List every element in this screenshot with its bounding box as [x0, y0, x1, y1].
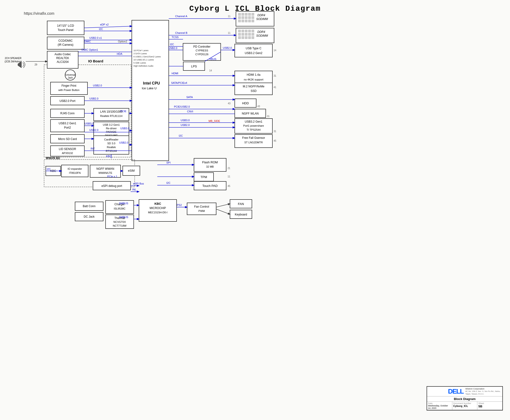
svg-text:IT8610FN: IT8610FN [69, 172, 81, 174]
svg-text:CNVi: CNVi [187, 110, 193, 113]
wistron-info: Wistron Corporation 6F, No. 158-2, Sec. … [465, 388, 501, 395]
diagram-lines: Intel CPU Ice Lake U IO Board WWAN BD DD… [0, 0, 510, 420]
svg-text:USB2.0 Port: USB2.0 Port [60, 99, 76, 103]
svg-text:41: 41 [274, 86, 277, 89]
svg-rect-25 [236, 28, 274, 43]
svg-text:Audio Codec: Audio Codec [54, 52, 71, 56]
svg-text:eSIM: eSIM [128, 169, 135, 172]
svg-rect-88 [235, 44, 272, 57]
svg-text:11: 11 [228, 175, 231, 178]
svg-text:USB2.0: USB2.0 [119, 141, 128, 144]
svg-text:43: 43 [228, 102, 231, 105]
svg-text:INT: INT [91, 147, 95, 150]
svg-line-200 [205, 52, 221, 61]
svg-text:USB2.0 x1: USB2.0 x1 [89, 37, 102, 39]
svg-rect-15 [245, 16, 247, 19]
svg-rect-96 [235, 83, 272, 95]
footer-sheet: Sheet 5B [477, 402, 502, 410]
svg-line-235 [216, 204, 230, 207]
svg-text:DC Jack: DC Jack [84, 215, 95, 218]
svg-text:ALC3204: ALC3204 [57, 60, 69, 64]
svg-rect-131 [75, 212, 103, 221]
svg-text:Intel CPU: Intel CPU [143, 81, 160, 85]
svg-text:USB3.0: USB3.0 [85, 122, 94, 125]
svg-rect-99 [235, 99, 256, 107]
svg-text:LAN 10/100/1000: LAN 10/100/1000 [100, 110, 123, 113]
svg-text:USB3.2 Gen1: USB3.2 Gen1 [245, 120, 263, 123]
svg-text:PS8713BT: PS8713BT [105, 134, 117, 137]
svg-text:Keyboard: Keyboard [235, 213, 247, 216]
svg-text:TCSS: TCSS [172, 36, 178, 38]
svg-rect-61 [51, 109, 84, 118]
svg-text:PARADE: PARADE [106, 130, 116, 133]
svg-text:Thermal: Thermal [114, 217, 125, 220]
svg-rect-20 [245, 20, 247, 22]
svg-text:14: 14 [209, 69, 212, 72]
svg-text:with Power Button: with Power Button [58, 89, 80, 91]
svg-text:USB2.0: USB2.0 [223, 46, 232, 49]
svg-text:21: 21 [228, 167, 231, 170]
svg-text:Universal: Universal [65, 74, 75, 76]
svg-text:32 MB: 32 MB [206, 165, 214, 168]
svg-text:Batt Conn: Batt Conn [83, 204, 95, 208]
svg-text:PCIE/USB2.0: PCIE/USB2.0 [174, 105, 190, 108]
svg-text:USB2.0: USB2.0 [89, 97, 98, 100]
svg-rect-21 [248, 20, 251, 22]
svg-rect-40 [252, 37, 254, 39]
svg-text:USB2.0: USB2.0 [168, 47, 177, 50]
svg-rect-68 [51, 146, 84, 156]
svg-line-155 [84, 26, 132, 28]
svg-text:WWAN/LTE: WWAN/LTE [98, 172, 112, 174]
svg-text:PD Controller: PD Controller [193, 45, 210, 48]
svg-text:Free Fall Gsensor: Free Fall Gsensor [242, 136, 265, 140]
svg-text:USB3.2 Gen2: USB3.2 Gen2 [245, 52, 263, 55]
svg-text:I2C: I2C [179, 134, 183, 137]
svg-rect-149 [230, 210, 252, 218]
svg-rect-32 [242, 33, 244, 36]
svg-text:Finger Print: Finger Print [62, 84, 77, 87]
footer-details-row: Date Wednesday, October 14, 2020 Documen… [427, 402, 502, 410]
svg-rect-43 [47, 21, 84, 35]
svg-rect-147 [230, 200, 252, 208]
svg-rect-30 [252, 30, 254, 32]
svg-text:HDD: HDD [242, 101, 249, 105]
svg-text:USB Type C: USB Type C [246, 47, 262, 50]
svg-rect-28 [245, 30, 247, 32]
svg-rect-144 [187, 203, 216, 215]
svg-text:16 PCIe* Lanes: 16 PCIe* Lanes [133, 49, 149, 52]
svg-point-53 [65, 70, 76, 80]
svg-text:MB_SIDE: MB_SIDE [209, 120, 220, 122]
svg-rect-118 [123, 166, 140, 175]
svg-line-236 [216, 209, 230, 214]
svg-text:SATA: SATA [186, 96, 193, 98]
svg-text:KBC: KBC [155, 202, 161, 205]
svg-text:CYPD5126: CYPD5126 [195, 53, 208, 56]
svg-rect-17 [252, 16, 254, 19]
svg-text:RJ45 Conn: RJ45 Conn [60, 112, 75, 115]
svg-rect-16 [248, 16, 251, 19]
svg-rect-14 [242, 16, 244, 19]
svg-rect-140 [139, 200, 177, 221]
svg-text:I2C: I2C [99, 28, 103, 30]
svg-text:SODIMM: SODIMM [256, 17, 268, 21]
svg-text:IO expander: IO expander [68, 167, 82, 170]
svg-marker-153 [18, 61, 22, 68]
svg-text:(IR Camera): (IR Camera) [58, 43, 73, 46]
svg-text:29: 29 [35, 63, 38, 66]
svg-text:(2CB 2W/4ohm): (2CB 2W/4ohm) [5, 60, 22, 63]
svg-text:no 4K2K support: no 4K2K support [244, 78, 263, 81]
svg-text:HDMI: HDMI [172, 72, 178, 75]
svg-text:Port1 powershare: Port1 powershare [243, 124, 264, 127]
svg-text:VBUS: VBUS [209, 58, 216, 60]
svg-rect-93 [235, 71, 272, 83]
svg-rect-129 [75, 202, 103, 210]
svg-text:TPM: TPM [201, 175, 207, 179]
svg-text:NCVGT0X: NCVGT0X [113, 220, 126, 223]
svg-text:5 GbE Lanes: 5 GbE Lanes [133, 62, 146, 64]
footer-box: DELL Wistron Corporation 6F, No. 158-2, … [427, 386, 503, 411]
svg-text:NGFF WLAN: NGFF WLAN [242, 112, 259, 115]
svg-text:NGFF WWAN: NGFF WWAN [97, 167, 114, 171]
svg-rect-123 [194, 172, 214, 181]
svg-text:31: 31 [274, 130, 277, 133]
svg-rect-112 [62, 165, 88, 177]
